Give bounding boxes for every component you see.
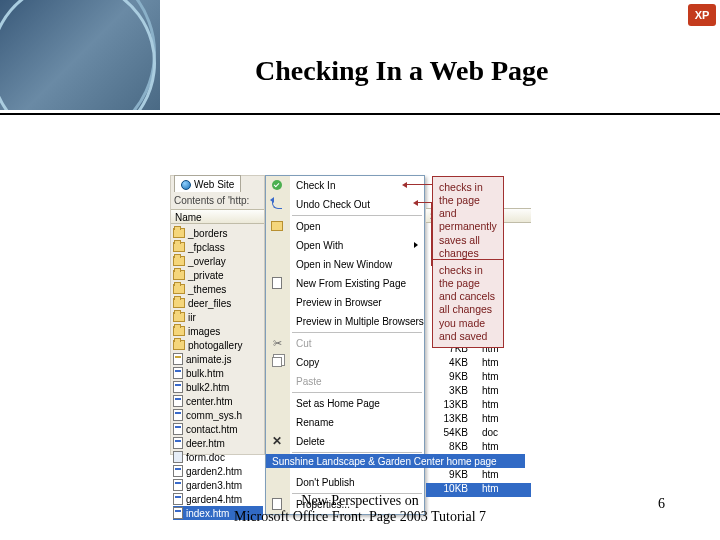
menu-item-label: Open in New Window [296, 259, 392, 270]
file-icon [173, 381, 183, 393]
menu-item-preview-in-multiple-browsers[interactable]: Preview in Multiple Browsers [266, 312, 424, 331]
menu-item-label: New From Existing Page [296, 278, 406, 289]
file-meta-row[interactable]: 13KBhtm [426, 413, 531, 427]
globe-icon [181, 180, 191, 190]
column-header-name[interactable]: Name [171, 209, 264, 224]
file-type: htm [478, 469, 531, 483]
file-row[interactable]: garden3.htm [173, 478, 263, 492]
file-meta-row[interactable]: 9KBhtm [426, 371, 531, 385]
file-meta-row[interactable]: 8KBhtm [426, 441, 531, 455]
document-icon [272, 277, 282, 289]
folder-row[interactable]: deer_files [173, 296, 263, 310]
folder-row[interactable]: _fpclass [173, 240, 263, 254]
menu-separator [292, 392, 422, 393]
menu-item-delete[interactable]: ✕Delete [266, 432, 424, 451]
file-row[interactable]: center.htm [173, 394, 263, 408]
file-size: 3KB [426, 385, 478, 399]
folder-icon [173, 256, 185, 266]
folder-name: iir [188, 312, 196, 323]
file-meta-row[interactable]: 4KBhtm [426, 357, 531, 371]
file-icon [173, 367, 183, 379]
delete-icon: ✕ [272, 432, 282, 451]
folder-row[interactable]: _themes [173, 282, 263, 296]
folder-row[interactable]: _overlay [173, 254, 263, 268]
file-size: 13KB [426, 399, 478, 413]
check-in-icon [272, 180, 282, 190]
cut-icon: ✂ [273, 334, 282, 353]
menu-separator [292, 215, 422, 216]
menu-item-label: Copy [296, 357, 319, 368]
file-meta-row[interactable]: 9KBhtm [426, 469, 531, 483]
callout-arrow-1 [407, 184, 432, 185]
folder-row[interactable]: photogallery [173, 338, 263, 352]
menu-item-label: Open With [296, 240, 343, 251]
file-icon [173, 395, 183, 407]
file-size: 8KB [426, 441, 478, 455]
menu-item-open-in-new-window[interactable]: Open in New Window [266, 255, 424, 274]
menu-item-label: Cut [296, 338, 312, 349]
folder-row[interactable]: iir [173, 310, 263, 324]
folder-icon [173, 228, 185, 238]
menu-item-label: Don't Publish [296, 477, 355, 488]
folder-name: _borders [188, 228, 227, 239]
menu-item-new-from-existing-page[interactable]: New From Existing Page [266, 274, 424, 293]
file-size: 4KB [426, 357, 478, 371]
footer-line-1: New Perspectives on [301, 493, 418, 508]
slide-title: Checking In a Web Page [255, 55, 549, 87]
footer-line-2: Microsoft Office Front. Page 2003 Tutori… [234, 509, 486, 524]
file-type: htm [478, 385, 531, 399]
folder-icon [173, 298, 185, 308]
menu-item-rename[interactable]: Rename [266, 413, 424, 432]
menu-item-label: Undo Check Out [296, 199, 370, 210]
file-icon [173, 451, 183, 463]
undo-icon [272, 199, 282, 209]
file-row[interactable]: comm_sys.h [173, 408, 263, 422]
folder-row[interactable]: _private [173, 268, 263, 282]
menu-item-undo-check-out[interactable]: Undo Check Out [266, 195, 424, 214]
file-meta-row[interactable]: 13KBhtm [426, 399, 531, 413]
menu-item-check-in[interactable]: Check In [266, 176, 424, 195]
menu-item-set-as-home-page[interactable]: Set as Home Page [266, 394, 424, 413]
file-type: htm [478, 357, 531, 371]
menu-item-copy[interactable]: Copy [266, 353, 424, 372]
file-name: garden2.htm [186, 466, 242, 477]
folder-name: _overlay [188, 256, 226, 267]
folder-icon [173, 340, 185, 350]
folder-row[interactable]: _borders [173, 226, 263, 240]
copy-icon [272, 357, 282, 367]
web-site-tab[interactable]: Web Site [174, 175, 241, 192]
menu-item-open-with[interactable]: Open With [266, 236, 424, 255]
file-row[interactable]: bulk.htm [173, 366, 263, 380]
file-meta-row[interactable]: 54KBdoc [426, 427, 531, 441]
file-icon [173, 409, 183, 421]
menu-item-open[interactable]: Open [266, 217, 424, 236]
file-type: htm [478, 371, 531, 385]
file-name: contact.htm [186, 424, 238, 435]
submenu-arrow-icon [414, 242, 418, 248]
menu-item-preview-in-browser[interactable]: Preview in Browser [266, 293, 424, 312]
file-row[interactable]: form.doc [173, 450, 263, 464]
xp-badge: XP [688, 4, 716, 26]
folder-list-panel: Web Site Contents of 'http: Name _border… [170, 175, 265, 455]
folder-icon [173, 242, 185, 252]
menu-item-label: Preview in Multiple Browsers [296, 316, 424, 327]
menu-item-paste: Paste [266, 372, 424, 391]
file-size: 9KB [426, 371, 478, 385]
file-meta-row[interactable]: 3KBhtm [426, 385, 531, 399]
folder-row[interactable]: images [173, 324, 263, 338]
file-type: doc [478, 427, 531, 441]
file-icon [173, 465, 183, 477]
file-type: htm [478, 399, 531, 413]
file-name: deer.htm [186, 438, 225, 449]
file-row[interactable]: deer.htm [173, 436, 263, 450]
file-row[interactable]: bulk2.htm [173, 380, 263, 394]
file-tree: _borders_fpclass_overlay_private_themesd… [173, 226, 263, 520]
file-row[interactable]: contact.htm [173, 422, 263, 436]
menu-item-label: Delete [296, 436, 325, 447]
tab-label: Web Site [194, 179, 234, 190]
menu-item-label: Preview in Browser [296, 297, 382, 308]
menu-item-don-t-publish[interactable]: Don't Publish [266, 473, 424, 492]
file-size: 54KB [426, 427, 478, 441]
file-row[interactable]: animate.js [173, 352, 263, 366]
file-row[interactable]: garden2.htm [173, 464, 263, 478]
